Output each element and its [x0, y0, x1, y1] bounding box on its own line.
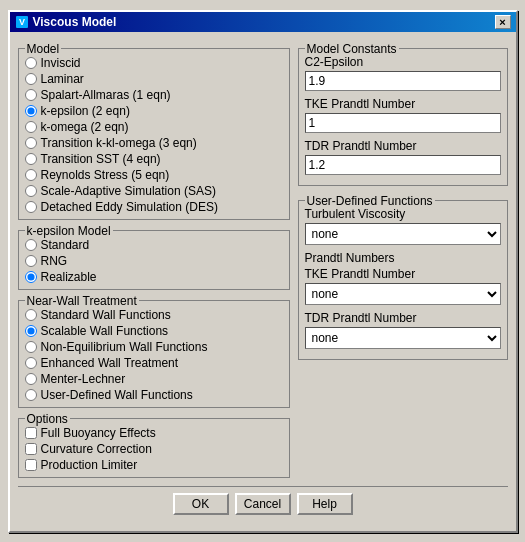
right-panel: Model Constants C2-Epsilon TKE Prandtl N… — [298, 40, 508, 478]
radio-laminar-input[interactable] — [25, 73, 37, 85]
radio-des[interactable]: Detached Eddy Simulation (DES) — [25, 199, 283, 215]
tdr-prandtl-input[interactable] — [305, 155, 501, 175]
cb-curvature-label: Curvature Correction — [41, 442, 152, 456]
radio-transition-kl-input[interactable] — [25, 137, 37, 149]
radio-reynolds-label: Reynolds Stress (5 eqn) — [41, 168, 170, 182]
tke-prandtl-udf-group: TKE Prandtl Number none — [305, 267, 501, 305]
turb-viscosity-group: Turbulent Viscosity none — [305, 207, 501, 245]
radio-laminar-label: Laminar — [41, 72, 84, 86]
radio-sas[interactable]: Scale-Adaptive Simulation (SAS) — [25, 183, 283, 199]
cb-production[interactable]: Production Limiter — [25, 457, 283, 473]
radio-user-wf[interactable]: User-Defined Wall Functions — [25, 387, 283, 403]
radio-reynolds[interactable]: Reynolds Stress (5 eqn) — [25, 167, 283, 183]
radio-des-input[interactable] — [25, 201, 37, 213]
model-constants-group: Model Constants C2-Epsilon TKE Prandtl N… — [298, 48, 508, 186]
radio-scalable-wf-input[interactable] — [25, 325, 37, 337]
radio-des-label: Detached Eddy Simulation (DES) — [41, 200, 218, 214]
left-panel: Model Inviscid Laminar Spalart-Allmaras … — [18, 40, 290, 478]
prandtl-numbers-heading: Prandtl Numbers — [305, 251, 501, 265]
radio-komega-label: k-omega (2 eqn) — [41, 120, 129, 134]
tdr-prandtl-udf-select[interactable]: none — [305, 327, 501, 349]
model-group: Model Inviscid Laminar Spalart-Allmaras … — [18, 48, 290, 220]
tdr-prandtl-label: TDR Prandtl Number — [305, 139, 501, 153]
c2epsilon-label: C2-Epsilon — [305, 55, 501, 69]
cb-curvature-input[interactable] — [25, 443, 37, 455]
radio-user-wf-label: User-Defined Wall Functions — [41, 388, 193, 402]
app-icon: V — [15, 15, 29, 29]
radio-menter-input[interactable] — [25, 373, 37, 385]
udf-group: User-Defined Functions Turbulent Viscosi… — [298, 200, 508, 360]
model-constants-label: Model Constants — [305, 42, 399, 56]
radio-kepsilon-label: k-epsilon (2 eqn) — [41, 104, 130, 118]
radio-menter-label: Menter-Lechner — [41, 372, 126, 386]
radio-noneq-wf[interactable]: Non-Equilibrium Wall Functions — [25, 339, 283, 355]
cancel-button[interactable]: Cancel — [235, 493, 291, 515]
radio-spalart-input[interactable] — [25, 89, 37, 101]
radio-standard-wf[interactable]: Standard Wall Functions — [25, 307, 283, 323]
close-button[interactable]: × — [495, 15, 511, 29]
main-row: Model Inviscid Laminar Spalart-Allmaras … — [18, 40, 508, 478]
radio-rng-input[interactable] — [25, 255, 37, 267]
radio-inviscid-input[interactable] — [25, 57, 37, 69]
c2epsilon-input[interactable] — [305, 71, 501, 91]
cb-buoyancy-input[interactable] — [25, 427, 37, 439]
turb-viscosity-label: Turbulent Viscosity — [305, 207, 501, 221]
radio-noneq-wf-input[interactable] — [25, 341, 37, 353]
radio-sas-input[interactable] — [25, 185, 37, 197]
nearwall-group: Near-Wall Treatment Standard Wall Functi… — [18, 300, 290, 408]
options-group-label: Options — [25, 412, 70, 426]
radio-transition-sst-label: Transition SST (4 eqn) — [41, 152, 161, 166]
radio-transition-sst[interactable]: Transition SST (4 eqn) — [25, 151, 283, 167]
radio-transition-kl[interactable]: Transition k-kl-omega (3 eqn) — [25, 135, 283, 151]
radio-menter[interactable]: Menter-Lechner — [25, 371, 283, 387]
radio-laminar[interactable]: Laminar — [25, 71, 283, 87]
radio-standard-wf-label: Standard Wall Functions — [41, 308, 171, 322]
cb-buoyancy[interactable]: Full Buoyancy Effects — [25, 425, 283, 441]
radio-standard[interactable]: Standard — [25, 237, 283, 253]
radio-transition-sst-input[interactable] — [25, 153, 37, 165]
title-bar-left: V Viscous Model — [15, 15, 117, 29]
ok-button[interactable]: OK — [173, 493, 229, 515]
tdr-prandtl-udf-label: TDR Prandtl Number — [305, 311, 501, 325]
tke-prandtl-input[interactable] — [305, 113, 501, 133]
tdr-prandtl-udf-group: TDR Prandtl Number none — [305, 311, 501, 349]
radio-inviscid-label: Inviscid — [41, 56, 81, 70]
window-title: Viscous Model — [33, 15, 117, 29]
radio-reynolds-input[interactable] — [25, 169, 37, 181]
tke-prandtl-udf-select[interactable]: none — [305, 283, 501, 305]
radio-enhanced-wt[interactable]: Enhanced Wall Treatment — [25, 355, 283, 371]
radio-komega[interactable]: k-omega (2 eqn) — [25, 119, 283, 135]
help-button[interactable]: Help — [297, 493, 353, 515]
turb-viscosity-select[interactable]: none — [305, 223, 501, 245]
cb-production-input[interactable] — [25, 459, 37, 471]
radio-realizable[interactable]: Realizable — [25, 269, 283, 285]
radio-standard-input[interactable] — [25, 239, 37, 251]
radio-transition-kl-label: Transition k-kl-omega (3 eqn) — [41, 136, 197, 150]
cb-curvature[interactable]: Curvature Correction — [25, 441, 283, 457]
udf-label: User-Defined Functions — [305, 194, 435, 208]
radio-scalable-wf-label: Scalable Wall Functions — [41, 324, 169, 338]
radio-scalable-wf[interactable]: Scalable Wall Functions — [25, 323, 283, 339]
radio-komega-input[interactable] — [25, 121, 37, 133]
radio-rng[interactable]: RNG — [25, 253, 283, 269]
radio-standard-wf-input[interactable] — [25, 309, 37, 321]
button-bar: OK Cancel Help — [18, 486, 508, 523]
radio-spalart[interactable]: Spalart-Allmaras (1 eqn) — [25, 87, 283, 103]
radio-user-wf-input[interactable] — [25, 389, 37, 401]
radio-kepsilon[interactable]: k-epsilon (2 eqn) — [25, 103, 283, 119]
cb-production-label: Production Limiter — [41, 458, 138, 472]
options-group: Options Full Buoyancy Effects Curvature … — [18, 418, 290, 478]
radio-realizable-label: Realizable — [41, 270, 97, 284]
kepsilon-group-label: k-epsilon Model — [25, 224, 113, 238]
radio-enhanced-wt-input[interactable] — [25, 357, 37, 369]
radio-noneq-wf-label: Non-Equilibrium Wall Functions — [41, 340, 208, 354]
cb-buoyancy-label: Full Buoyancy Effects — [41, 426, 156, 440]
radio-realizable-input[interactable] — [25, 271, 37, 283]
dialog-content: Model Inviscid Laminar Spalart-Allmaras … — [10, 32, 516, 531]
nearwall-group-label: Near-Wall Treatment — [25, 294, 139, 308]
tke-prandtl-udf-label: TKE Prandtl Number — [305, 267, 501, 281]
radio-kepsilon-input[interactable] — [25, 105, 37, 117]
radio-inviscid[interactable]: Inviscid — [25, 55, 283, 71]
radio-sas-label: Scale-Adaptive Simulation (SAS) — [41, 184, 216, 198]
tke-prandtl-label: TKE Prandtl Number — [305, 97, 501, 111]
